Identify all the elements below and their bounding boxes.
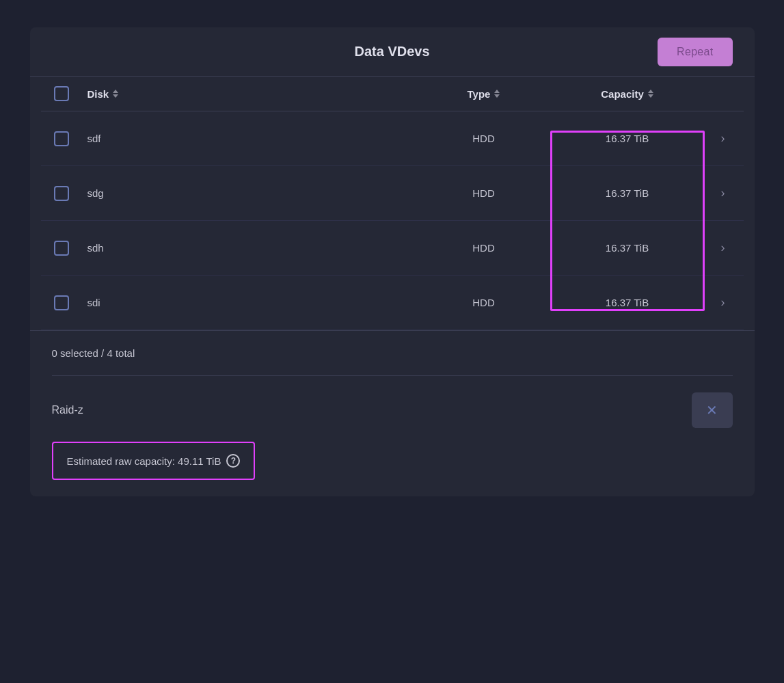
- repeat-button[interactable]: Repeat: [658, 38, 732, 66]
- select-all-checkbox-cell[interactable]: [41, 86, 82, 101]
- column-header-type: Type: [416, 88, 552, 100]
- panel-header: Data VDevs Repeat: [30, 27, 755, 77]
- raid-section: Raid-z ✕: [52, 392, 733, 428]
- disk-name-1: sdg: [82, 187, 416, 199]
- row-checkbox-0[interactable]: [54, 131, 69, 146]
- raid-action-button[interactable]: ✕: [692, 392, 733, 428]
- divider: [52, 375, 733, 376]
- table-row: sdf HDD 16.37 TiB ›: [41, 111, 744, 166]
- data-table: Disk Type Capacity: [30, 77, 755, 330]
- row-expand-0[interactable]: ›: [703, 131, 744, 146]
- footer-section: 0 selected / 4 total Raid-z ✕ Estimated …: [30, 330, 755, 496]
- table-row: sdh HDD 16.37 TiB ›: [41, 221, 744, 276]
- rows-wrapper: sdf HDD 16.37 TiB › sdg HDD 16.37 TiB ›: [41, 111, 744, 330]
- capacity-sort-icon[interactable]: [648, 90, 653, 98]
- disk-type-3: HDD: [416, 297, 552, 308]
- table-row: sdg HDD 16.37 TiB ›: [41, 166, 744, 221]
- panel: Data VDevs Repeat Disk Type: [30, 27, 755, 496]
- table-header: Disk Type Capacity: [41, 77, 744, 111]
- row-checkbox-cell-2[interactable]: [41, 241, 82, 256]
- row-checkbox-3[interactable]: [54, 295, 69, 310]
- disk-name-0: sdf: [82, 133, 416, 144]
- disk-type-0: HDD: [416, 133, 552, 144]
- row-checkbox-cell-0[interactable]: [41, 131, 82, 146]
- disk-capacity-1: 16.37 TiB: [552, 187, 703, 199]
- column-header-disk: Disk: [82, 88, 416, 100]
- disk-name-2: sdh: [82, 242, 416, 254]
- capacity-estimate-text: Estimated raw capacity: 49.11 TiB: [67, 455, 221, 467]
- disk-type-2: HDD: [416, 242, 552, 254]
- row-expand-3[interactable]: ›: [703, 295, 744, 310]
- select-all-checkbox[interactable]: [54, 86, 69, 101]
- row-expand-2[interactable]: ›: [703, 241, 744, 255]
- disk-sort-icon[interactable]: [113, 90, 118, 98]
- selection-info: 0 selected / 4 total: [52, 347, 733, 359]
- disk-capacity-2: 16.37 TiB: [552, 242, 703, 254]
- panel-title: Data VDevs: [354, 44, 429, 59]
- disk-type-1: HDD: [416, 187, 552, 199]
- capacity-estimate-box: Estimated raw capacity: 49.11 TiB ?: [52, 442, 256, 480]
- row-checkbox-1[interactable]: [54, 186, 69, 201]
- row-expand-1[interactable]: ›: [703, 186, 744, 200]
- disk-capacity-0: 16.37 TiB: [552, 133, 703, 144]
- disk-name-3: sdi: [82, 297, 416, 308]
- info-icon[interactable]: ?: [226, 454, 240, 468]
- raid-label: Raid-z: [52, 404, 83, 416]
- row-checkbox-cell-1[interactable]: [41, 186, 82, 201]
- disk-capacity-3: 16.37 TiB: [552, 297, 703, 308]
- row-checkbox-2[interactable]: [54, 241, 69, 256]
- type-sort-icon[interactable]: [494, 90, 500, 98]
- table-row: sdi HDD 16.37 TiB ›: [41, 276, 744, 330]
- close-icon: ✕: [706, 402, 718, 418]
- column-header-capacity: Capacity: [552, 88, 703, 100]
- row-checkbox-cell-3[interactable]: [41, 295, 82, 310]
